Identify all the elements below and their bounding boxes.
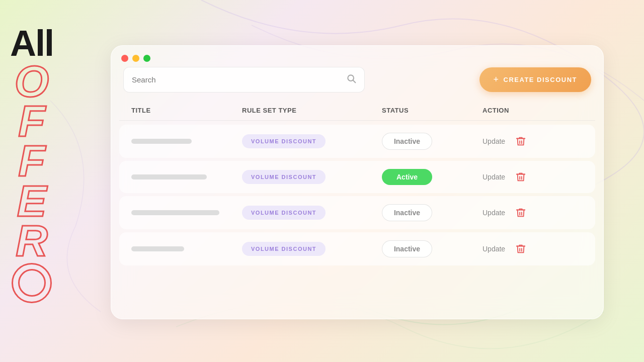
delete-button[interactable]	[515, 207, 526, 218]
rule-set-badge: VOLUME DISCOUNT	[242, 206, 326, 220]
search-icon	[346, 73, 356, 86]
letter-r: R	[16, 221, 48, 260]
title-placeholder	[131, 246, 184, 251]
table-row: VOLUME DISCOUNTInactiveUpdate	[119, 125, 595, 158]
rule-set-cell: VOLUME DISCOUNT	[242, 242, 382, 256]
letter-o: O	[15, 61, 49, 101]
create-discount-button[interactable]: + CREATE DISCOUNT	[479, 67, 592, 92]
action-cell: Update	[482, 243, 583, 254]
update-button[interactable]: Update	[482, 137, 505, 145]
status-cell: Active	[382, 169, 482, 185]
letter-s-circle-inner	[18, 269, 46, 297]
header-status: STATUS	[382, 107, 482, 114]
main-card: + CREATE DISCOUNT TITLE RULE SET TYPE ST…	[111, 45, 604, 319]
table-row: VOLUME DISCOUNTInactiveUpdate	[119, 232, 595, 265]
table-container: TITLE RULE SET TYPE STATUS ACTION VOLUME…	[111, 101, 603, 265]
rule-set-badge: VOLUME DISCOUNT	[242, 242, 326, 256]
title-placeholder	[131, 139, 192, 144]
title-placeholder	[131, 210, 219, 215]
rule-set-cell: VOLUME DISCOUNT	[242, 170, 382, 184]
search-input[interactable]	[132, 75, 341, 84]
status-badge: Inactive	[382, 204, 432, 221]
update-button[interactable]: Update	[482, 209, 505, 217]
update-button[interactable]: Update	[482, 173, 505, 181]
table-row: VOLUME DISCOUNTInactiveUpdate	[119, 196, 595, 229]
action-cell: Update	[482, 136, 583, 147]
rule-set-badge: VOLUME DISCOUNT	[242, 170, 326, 184]
window-dot-yellow[interactable]	[132, 55, 139, 62]
header-title: TITLE	[131, 107, 242, 114]
letter-f1: F	[18, 101, 45, 141]
action-cell: Update	[482, 207, 583, 218]
letter-e: E	[17, 181, 47, 221]
delete-button[interactable]	[515, 171, 526, 183]
svg-line-1	[353, 80, 356, 83]
side-branding: All O F F E R	[10, 25, 53, 303]
header-action: ACTION	[482, 107, 583, 114]
top-bar: + CREATE DISCOUNT	[111, 67, 603, 101]
title-cell	[131, 174, 242, 179]
status-cell: Inactive	[382, 133, 482, 150]
letter-f2: F	[18, 141, 45, 180]
window-dot-red[interactable]	[121, 55, 128, 62]
update-button[interactable]: Update	[482, 245, 505, 253]
letter-s-circle	[12, 263, 52, 303]
title-placeholder	[131, 174, 207, 179]
window-controls	[111, 46, 603, 67]
table-body: VOLUME DISCOUNTInactiveUpdate VOLUME DIS…	[119, 125, 595, 265]
table-header: TITLE RULE SET TYPE STATUS ACTION	[119, 101, 595, 121]
status-badge: Inactive	[382, 133, 432, 150]
status-cell: Inactive	[382, 240, 482, 257]
delete-button[interactable]	[515, 136, 526, 147]
title-cell	[131, 139, 242, 144]
header-rule-set-type: RULE SET TYPE	[242, 107, 382, 114]
status-badge: Active	[382, 169, 432, 185]
create-discount-plus-icon: +	[494, 74, 500, 85]
window-dot-green[interactable]	[143, 55, 150, 62]
status-cell: Inactive	[382, 204, 482, 221]
rule-set-cell: VOLUME DISCOUNT	[242, 206, 382, 220]
delete-button[interactable]	[515, 243, 526, 254]
title-cell	[131, 210, 242, 215]
create-discount-label: CREATE DISCOUNT	[504, 76, 577, 83]
action-cell: Update	[482, 171, 583, 183]
rule-set-badge: VOLUME DISCOUNT	[242, 134, 326, 148]
search-box	[123, 67, 365, 93]
title-cell	[131, 246, 242, 251]
rule-set-cell: VOLUME DISCOUNT	[242, 134, 382, 148]
table-row: VOLUME DISCOUNTActiveUpdate	[119, 161, 595, 193]
status-badge: Inactive	[382, 240, 432, 257]
